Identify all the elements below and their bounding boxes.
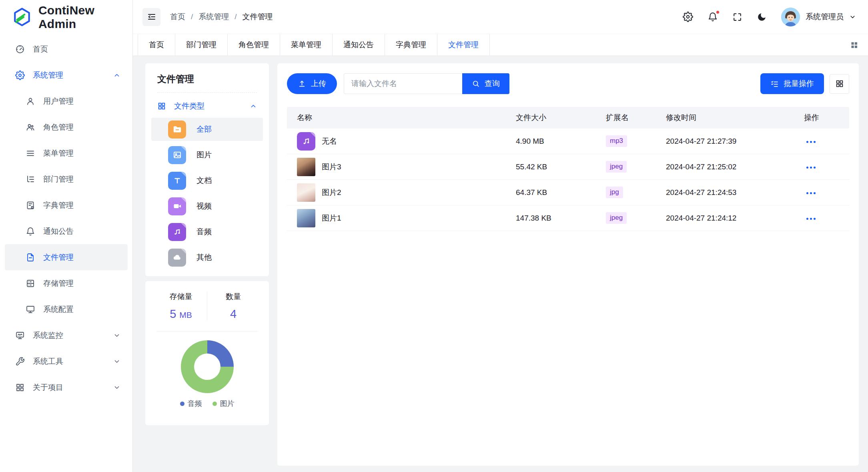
column-header-actions: 操作 <box>804 112 849 123</box>
tab-home[interactable]: 首页 <box>138 34 175 56</box>
sidebar-item-label: 系统监控 <box>33 330 113 341</box>
storage-stat: 存储量 5 MB <box>155 291 207 321</box>
tab-label: 通知公告 <box>343 40 374 50</box>
sidebar-item-storage-management[interactable]: 存储管理 <box>5 270 128 296</box>
sidebar-item-user-management[interactable]: 用户管理 <box>5 88 128 114</box>
more-actions-button[interactable] <box>804 163 818 172</box>
sidebar-item-file-management[interactable]: 文件管理 <box>5 244 128 270</box>
file-type-document[interactable]: 文档 <box>151 169 263 192</box>
sidebar-item-dept-management[interactable]: 部门管理 <box>5 166 128 192</box>
sidebar-item-role-management[interactable]: 角色管理 <box>5 114 128 140</box>
batch-actions-button[interactable]: 批量操作 <box>760 73 824 94</box>
sidebar-item-label: 通知公告 <box>43 226 128 237</box>
table-row[interactable]: 图片1 147.38 KB jpeg 2024-04-27 21:24:12 <box>287 205 849 231</box>
search-input[interactable] <box>344 73 462 94</box>
dark-mode-moon-icon[interactable] <box>757 12 767 22</box>
legend-item-audio[interactable]: 音频 <box>180 399 202 408</box>
tree-icon <box>26 175 35 184</box>
tab-file-management[interactable]: 文件管理 <box>437 34 490 56</box>
legend-dot <box>212 402 217 406</box>
file-type-group-toggle[interactable]: 文件类型 <box>157 97 257 115</box>
sidebar-item-label: 系统配置 <box>43 304 128 315</box>
file-name[interactable]: 图片1 <box>322 213 341 223</box>
tab-dept-management[interactable]: 部门管理 <box>175 34 228 56</box>
main-column: 首页 / 系统管理 / 文件管理 <box>133 0 868 472</box>
monitor-chart-icon <box>15 331 25 340</box>
tab-dict-management[interactable]: 字典管理 <box>385 34 437 56</box>
sidebar-item-label: 系统工具 <box>33 356 113 367</box>
count-stat: 数量 4 <box>207 291 259 321</box>
file-name[interactable]: 无名 <box>322 136 337 147</box>
settings-gear-icon[interactable] <box>683 12 693 22</box>
sidebar-item-system-tools[interactable]: 系统工具 <box>5 348 128 374</box>
user-menu[interactable]: 系统管理员 <box>781 8 856 26</box>
storage-label: 存储量 <box>155 291 207 302</box>
divider <box>156 331 258 331</box>
sidebar-item-system-monitor[interactable]: 系统监控 <box>5 322 128 348</box>
stats-row: 存储量 5 MB 数量 4 <box>155 291 259 321</box>
tab-role-management[interactable]: 角色管理 <box>228 34 280 56</box>
notification-bell-icon[interactable] <box>708 12 718 22</box>
file-type-all[interactable]: 全部 <box>151 118 263 141</box>
file-type-label: 图片 <box>196 150 212 160</box>
fullscreen-icon[interactable] <box>732 12 742 22</box>
logo-icon <box>12 7 32 27</box>
upload-icon <box>298 80 306 88</box>
sidebar-collapse-button[interactable] <box>142 8 160 26</box>
audio-file-icon <box>297 132 315 151</box>
header-actions: 系统管理员 <box>683 8 856 26</box>
checklist-icon <box>770 80 779 88</box>
tab-list-grid-icon[interactable] <box>850 34 868 56</box>
file-type-label: 文档 <box>196 175 212 186</box>
tab-notice[interactable]: 通知公告 <box>333 34 385 56</box>
top-header: 首页 / 系统管理 / 文件管理 <box>133 0 868 34</box>
file-time: 2024-04-27 21:24:53 <box>666 188 804 197</box>
sidebar-item-home[interactable]: 首页 <box>5 36 128 62</box>
file-size: 147.38 KB <box>516 214 606 223</box>
grid-outline-icon <box>157 102 166 110</box>
sidebar-item-about[interactable]: 关于项目 <box>5 374 128 400</box>
table-row[interactable]: 图片3 55.42 KB jpeg 2024-04-27 21:25:02 <box>287 154 849 180</box>
breadcrumb-item[interactable]: 系统管理 <box>198 12 229 22</box>
users-icon <box>26 123 35 132</box>
sidebar-item-label: 存储管理 <box>43 278 128 289</box>
query-button[interactable]: 查询 <box>462 73 509 94</box>
file-panel-column: 文件管理 文件类型 <box>145 63 269 472</box>
app-window: ContiNew Admin 首页 系统管理 <box>0 0 868 472</box>
column-header-ext: 扩展名 <box>606 112 666 123</box>
file-name[interactable]: 图片3 <box>322 162 341 172</box>
more-actions-button[interactable] <box>804 215 818 223</box>
table-row[interactable]: 图片2 64.37 KB jpg 2024-04-27 21:24:53 <box>287 180 849 205</box>
file-size: 55.42 KB <box>516 163 606 171</box>
legend-dot <box>180 402 184 406</box>
count-label: 数量 <box>207 291 259 302</box>
cloud-icon <box>168 249 186 267</box>
upload-button[interactable]: 上传 <box>287 73 337 94</box>
file-type-audio[interactable]: 音频 <box>151 220 263 243</box>
grid-view-toggle-button[interactable] <box>830 74 849 94</box>
more-actions-button[interactable] <box>804 189 818 197</box>
file-type-label: 音频 <box>196 227 212 237</box>
file-type-other[interactable]: 其他 <box>151 246 263 269</box>
legend-label: 图片 <box>220 399 235 408</box>
folder-icon <box>168 121 186 139</box>
table-row[interactable]: 无名 4.90 MB mp3 2024-04-27 21:27:39 <box>287 129 849 154</box>
file-type-video[interactable]: 视频 <box>151 195 263 218</box>
sidebar-item-system-management[interactable]: 系统管理 <box>5 62 128 88</box>
chevron-down-icon <box>113 384 120 391</box>
sidebar-item-menu-management[interactable]: 菜单管理 <box>5 140 128 166</box>
tab-menu-management[interactable]: 菜单管理 <box>280 34 333 56</box>
chevron-down-icon <box>113 332 120 339</box>
image-thumbnail <box>297 183 315 202</box>
sidebar-item-dict-management[interactable]: 字典管理 <box>5 192 128 218</box>
sidebar-item-system-config[interactable]: 系统配置 <box>5 296 128 322</box>
more-actions-button[interactable] <box>804 138 818 146</box>
breadcrumb-item[interactable]: 首页 <box>170 12 185 22</box>
file-type-image[interactable]: 图片 <box>151 143 263 167</box>
file-name[interactable]: 图片2 <box>322 187 341 198</box>
dashboard-icon <box>15 44 25 54</box>
app-logo[interactable]: ContiNew Admin <box>0 0 132 34</box>
sidebar-item-notice[interactable]: 通知公告 <box>5 218 128 244</box>
file-type-label: 其他 <box>196 252 212 263</box>
legend-item-image[interactable]: 图片 <box>212 399 235 408</box>
